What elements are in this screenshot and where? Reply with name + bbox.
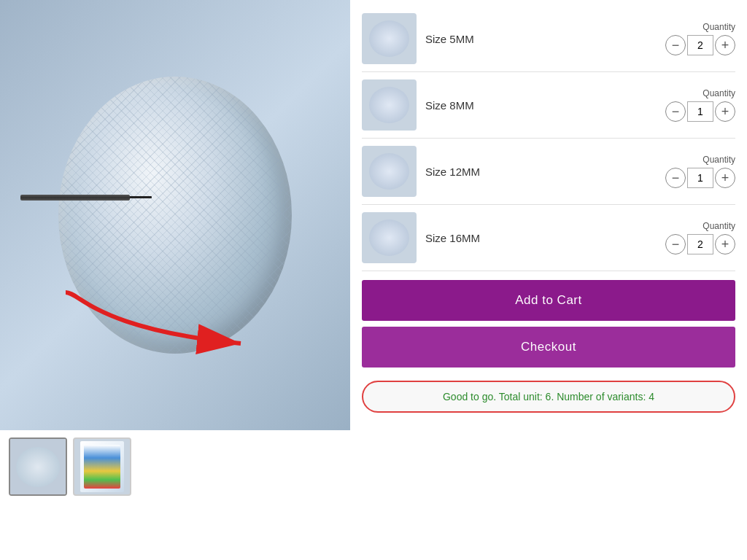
qty-value-16mm: 2 — [687, 234, 713, 254]
quantity-label-16mm: Quantity — [703, 221, 735, 231]
variant-row-12mm: Size 12MM Quantity − 1 + — [362, 139, 735, 205]
thumbnail-2[interactable] — [73, 438, 131, 496]
increase-qty-12mm[interactable]: + — [715, 168, 735, 188]
variant-row-8mm: Size 8MM Quantity − 1 + — [362, 72, 735, 139]
quantity-label-12mm: Quantity — [703, 155, 735, 165]
variant-label-5mm: Size 5MM — [425, 33, 639, 45]
thumb-box-inner-2 — [84, 445, 120, 489]
tweezers-body — [20, 195, 130, 201]
qty-value-5mm: 2 — [687, 35, 713, 55]
quantity-stepper-8mm: − 1 + — [665, 101, 735, 122]
checkout-button[interactable]: Checkout — [362, 327, 735, 368]
thumb-inner-1 — [16, 447, 60, 487]
variant-thumb-12mm — [362, 146, 417, 197]
quantity-label-5mm: Quantity — [703, 22, 735, 32]
add-to-cart-button[interactable]: Add to Cart — [362, 280, 735, 321]
quantity-label-8mm: Quantity — [703, 88, 735, 98]
thumbnails-row — [0, 430, 350, 503]
quantity-stepper-16mm: − 2 + — [665, 234, 735, 254]
quantity-control-5mm: Quantity − 2 + — [648, 22, 735, 55]
quantity-control-12mm: Quantity − 1 + — [648, 155, 735, 188]
thumb-box-2 — [80, 441, 124, 492]
increase-qty-8mm[interactable]: + — [715, 101, 735, 122]
variant-thumb-8mm — [362, 79, 417, 131]
tweezers-image — [20, 191, 152, 204]
variant-thumb-inner-8mm — [369, 87, 409, 123]
decrease-qty-12mm[interactable]: − — [665, 168, 686, 188]
buttons-section: Add to Cart Checkout Good to go. Total u… — [362, 280, 735, 413]
variant-thumb-16mm — [362, 212, 417, 263]
quantity-control-16mm: Quantity − 2 + — [648, 221, 735, 254]
variant-label-12mm: Size 12MM — [425, 166, 639, 178]
variant-thumb-5mm — [362, 13, 417, 64]
quantity-control-8mm: Quantity − 1 + — [648, 88, 735, 122]
quantity-stepper-12mm: − 1 + — [665, 168, 735, 188]
thumbnail-1[interactable] — [9, 438, 67, 496]
variant-thumb-inner-16mm — [369, 219, 409, 256]
status-message: Good to go. Total unit: 6. Number of var… — [362, 381, 735, 413]
decrease-qty-8mm[interactable]: − — [665, 101, 686, 122]
increase-qty-5mm[interactable]: + — [715, 35, 735, 55]
qty-value-8mm: 1 — [687, 101, 713, 122]
variant-row-16mm: Size 16MM Quantity − 2 + — [362, 205, 735, 271]
variant-thumb-inner-12mm — [369, 153, 409, 190]
variant-label-8mm: Size 8MM — [425, 99, 639, 112]
product-image — [58, 77, 292, 354]
decrease-qty-16mm[interactable]: − — [665, 234, 686, 254]
decrease-qty-5mm[interactable]: − — [665, 35, 686, 55]
right-panel: Size 5MM Quantity − 2 + Size 8MM Quantit… — [350, 0, 747, 560]
mesh-pattern — [58, 77, 292, 354]
increase-qty-16mm[interactable]: + — [715, 234, 735, 254]
tweezers-tip — [130, 196, 152, 198]
quantity-stepper-5mm: − 2 + — [665, 35, 735, 55]
main-image-container — [0, 0, 350, 430]
main-image-bg — [0, 0, 350, 430]
variant-label-16mm: Size 16MM — [425, 232, 639, 244]
variant-thumb-inner-5mm — [369, 20, 409, 57]
left-panel — [0, 0, 350, 560]
qty-value-12mm: 1 — [687, 168, 713, 188]
variant-row-5mm: Size 5MM Quantity − 2 + — [362, 6, 735, 72]
